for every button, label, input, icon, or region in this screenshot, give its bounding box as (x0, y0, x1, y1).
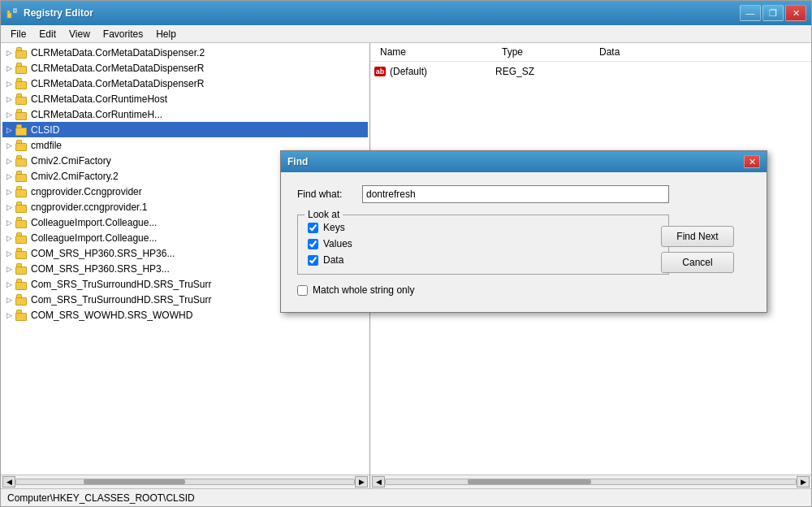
expander-icon: ▷ (2, 216, 15, 229)
find-what-row: Find what: (297, 185, 750, 203)
registry-name: (Default) (390, 66, 495, 77)
menu-edit[interactable]: Edit (32, 27, 63, 41)
expander-icon: ▷ (2, 232, 15, 245)
window-title: Registry Editor (24, 7, 740, 19)
folder-icon (15, 109, 28, 120)
restore-button[interactable]: ❐ (762, 5, 784, 21)
tree-item[interactable]: ▷ CLRMetaData.CorRuntimeH... (2, 106, 368, 122)
scrollbar-thumb[interactable] (84, 479, 185, 484)
tree-item[interactable]: ▷ CLRMetaData.CorMetaDataDispenserR (2, 60, 368, 76)
folder-icon (15, 47, 28, 58)
keys-label[interactable]: Keys (323, 222, 345, 233)
folder-icon (15, 155, 28, 167)
tree-item-label: COM_SRS_HP360.SRS_HP3... (31, 263, 170, 275)
dialog-content-wrapper: Find what: Look at Keys Values (297, 185, 750, 296)
scroll-right-btn[interactable]: ▶ (355, 476, 368, 488)
svg-rect-1 (7, 11, 10, 13)
tree-item-label: CLSID (31, 124, 59, 136)
menu-help[interactable]: Help (149, 27, 183, 41)
values-label[interactable]: Values (323, 238, 352, 249)
tree-item-label: CLRMetaData.CorMetaDataDispenser.2 (31, 47, 205, 58)
match-whole-row: Match whole string only (297, 284, 669, 296)
folder-icon (15, 232, 28, 244)
cancel-button[interactable]: Cancel (661, 252, 734, 273)
folder-icon (15, 294, 28, 306)
tree-item-label: Com_SRS_TruSurroundHD.SRS_TruSurr (31, 294, 212, 306)
title-bar: Registry Editor — ❐ ✕ (1, 1, 811, 25)
column-header-name: Name (374, 45, 495, 59)
find-dialog: Find ✕ Find what: Look at Keys (280, 150, 767, 313)
dialog-body: Find what: Look at Keys Values (281, 172, 767, 312)
tree-item-label: cngprovider.ccngprovider.1 (31, 202, 147, 213)
column-header-data: Data (593, 45, 808, 59)
right-horizontal-scrollbar[interactable]: ◀ ▶ (370, 474, 811, 488)
folder-icon (15, 263, 28, 275)
folder-icon (15, 248, 28, 259)
expander-icon: ▷ (2, 309, 15, 322)
scrollbar-track[interactable] (15, 479, 355, 485)
keys-checkbox[interactable] (308, 223, 318, 233)
tree-item-label: COM_SRS_WOWHD.SRS_WOWHD (31, 310, 192, 321)
tree-item-label: Cmiv2.CmiFactory.2 (31, 171, 119, 182)
expander-icon: ▷ (2, 108, 15, 121)
tree-item-label: CLRMetaData.CorRuntimeHost (31, 93, 167, 105)
expander-icon: ▷ (2, 62, 15, 75)
tree-item-label: CLRMetaData.CorMetaDataDispenserR (31, 63, 204, 74)
tree-item-label: ColleagueImport.Colleague... (31, 217, 157, 228)
expander-icon: ▷ (2, 293, 15, 306)
tree-item-label: ColleagueImport.Colleague... (31, 232, 157, 244)
expander-icon: ▷ (2, 201, 15, 214)
look-at-group: Look at Keys Values Data (297, 214, 669, 275)
close-button[interactable]: ✕ (785, 5, 806, 21)
dialog-title-bar: Find ✕ (281, 151, 767, 172)
values-checkbox-row: Values (308, 238, 659, 249)
scroll-left-btn[interactable]: ◀ (2, 476, 15, 488)
data-checkbox[interactable] (308, 255, 318, 266)
expander-icon: ▷ (2, 170, 15, 183)
tree-item-label: COM_SRS_HP360.SRS_HP36... (31, 248, 175, 259)
folder-icon (15, 78, 28, 89)
dialog-close-button[interactable]: ✕ (744, 155, 760, 168)
folder-icon (15, 171, 28, 182)
tree-horizontal-scrollbar[interactable]: ◀ ▶ (1, 474, 369, 488)
values-checkbox[interactable] (308, 239, 318, 249)
expander-icon: ▷ (2, 278, 15, 291)
registry-row[interactable]: ab (Default) REG_SZ (372, 63, 810, 80)
menu-view[interactable]: View (63, 27, 97, 41)
tree-item-label: cngprovider.Ccngprovider (31, 186, 142, 197)
folder-icon (15, 310, 28, 321)
find-next-button[interactable]: Find Next (661, 226, 734, 247)
menu-favorites[interactable]: Favorites (97, 27, 149, 41)
match-whole-label[interactable]: Match whole string only (313, 284, 414, 296)
tree-item[interactable]: ▷ CLRMetaData.CorRuntimeHost (2, 91, 368, 106)
tree-item-label: Com_SRS_TruSurroundHD.SRS_TruSurr (31, 279, 212, 290)
svg-point-3 (15, 10, 16, 11)
scrollbar-thumb[interactable] (468, 479, 591, 484)
tree-item-label: CLRMetaData.CorRuntimeH... (31, 109, 162, 120)
folder-icon (15, 124, 28, 136)
svg-rect-0 (7, 13, 11, 18)
scrollbar-track[interactable] (385, 479, 797, 485)
tree-item-clsid[interactable]: ▷ CLSID (2, 122, 368, 137)
expander-icon: ▷ (2, 93, 15, 106)
expander-icon: ▷ (2, 77, 15, 90)
status-path: Computer\HKEY_CLASSES_ROOT\CLSID (7, 492, 195, 504)
expander-icon: ▷ (2, 185, 15, 198)
tree-item-label: Cmiv2.CmiFactory (31, 155, 111, 167)
menu-bar: File Edit View Favorites Help (1, 25, 811, 43)
find-what-input[interactable] (362, 185, 669, 203)
scroll-left-btn[interactable]: ◀ (372, 476, 385, 488)
right-panel-header: Name Type Data (370, 43, 811, 62)
minimize-button[interactable]: — (740, 5, 761, 21)
folder-icon (15, 279, 28, 290)
registry-value-icon: ab (372, 65, 388, 78)
menu-file[interactable]: File (4, 27, 32, 41)
data-label[interactable]: Data (323, 254, 343, 266)
match-whole-checkbox[interactable] (297, 285, 308, 296)
tree-item[interactable]: ▷ CLRMetaData.CorMetaDataDispenser.2 (2, 45, 368, 60)
tree-item[interactable]: ▷ CLRMetaData.CorMetaDataDispenserR (2, 76, 368, 91)
scroll-right-btn[interactable]: ▶ (797, 476, 810, 488)
expander-icon: ▷ (2, 154, 15, 167)
status-bar: Computer\HKEY_CLASSES_ROOT\CLSID (1, 488, 811, 506)
expander-icon: ▷ (2, 262, 15, 275)
